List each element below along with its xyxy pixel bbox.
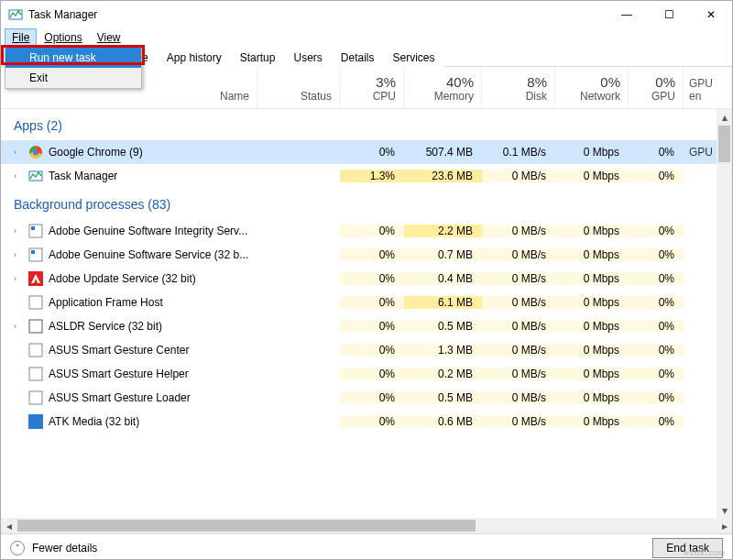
table-row[interactable]: ›ATK Media (32 bit) 0%0.6 MB0 MB/s0 Mbps… — [1, 410, 732, 434]
scroll-thumb[interactable] — [17, 520, 476, 532]
tab-details[interactable]: Details — [332, 48, 384, 67]
col-cpu[interactable]: 3%CPU — [340, 67, 404, 108]
group-apps: Apps (2) — [1, 109, 732, 140]
vertical-scrollbar[interactable]: ▴ ▾ — [717, 109, 732, 518]
footer: ˄ Fewer details End task — [1, 533, 732, 560]
process-name: ASUS Smart Gesture Helper — [49, 368, 189, 380]
menu-options[interactable]: Options — [37, 28, 89, 47]
table-row[interactable]: › Google Chrome (9) 0% 507.4 MB 0.1 MB/s… — [1, 140, 732, 164]
app-icon — [28, 295, 43, 310]
table-row[interactable]: ›ASLDR Service (32 bit) 0%0.5 MB0 MB/s0 … — [1, 314, 732, 338]
expander-icon[interactable]: › — [14, 148, 23, 157]
scroll-thumb[interactable] — [718, 126, 730, 162]
app-icon — [28, 343, 43, 357]
process-name: Adobe Genuine Software Integrity Serv... — [49, 225, 247, 237]
app-icon — [28, 367, 43, 381]
process-name: Task Manager — [49, 170, 117, 182]
tab-users[interactable]: Users — [284, 48, 331, 67]
svg-rect-11 — [29, 344, 42, 357]
table-row[interactable]: ›Adobe Genuine Software Integrity Serv..… — [1, 219, 732, 243]
table-row[interactable]: ›Application Frame Host 0%6.1 MB0 MB/s0 … — [1, 291, 732, 314]
menu-exit[interactable]: Exit — [5, 68, 141, 88]
group-background: Background processes (83) — [1, 188, 732, 219]
col-disk[interactable]: 8%Disk — [482, 67, 555, 108]
app-icon — [28, 319, 43, 334]
table-row[interactable]: ›ASUS Smart Gesture Loader 0%0.5 MB0 MB/… — [1, 386, 732, 410]
table-row[interactable]: ›ASUS Smart Gesture Helper 0%0.2 MB0 MB/… — [1, 362, 732, 386]
process-name: Adobe Genuine Software Service (32 b... — [49, 248, 248, 261]
adobe-icon — [28, 271, 43, 286]
col-network[interactable]: 0%Network — [555, 67, 629, 108]
tab-app-history[interactable]: App history — [158, 48, 231, 67]
process-name: Application Frame Host — [49, 296, 163, 309]
svg-rect-9 — [29, 296, 42, 309]
process-list: Apps (2) › Google Chrome (9) 0% 507.4 MB… — [1, 109, 732, 533]
svg-rect-14 — [28, 414, 43, 429]
tab-services[interactable]: Services — [384, 48, 444, 67]
window-title: Task Manager — [28, 8, 97, 21]
app-icon — [28, 224, 43, 238]
table-row[interactable]: › Task Manager 1.3% 23.6 MB 0 MB/s 0 Mbp… — [1, 164, 732, 188]
expander-icon[interactable]: › — [14, 171, 23, 181]
table-row[interactable]: ›ASUS Smart Gesture Center 0%1.3 MB0 MB/… — [1, 338, 732, 362]
process-name: ATK Media (32 bit) — [49, 415, 139, 428]
process-name: ASLDR Service (32 bit) — [49, 320, 162, 333]
process-name: Google Chrome (9) — [49, 146, 143, 159]
col-gpu[interactable]: 0%GPU — [629, 67, 684, 108]
svg-rect-5 — [31, 226, 35, 230]
process-name: ASUS Smart Gesture Loader — [49, 391, 191, 404]
expander-icon[interactable]: › — [14, 322, 23, 331]
titlebar: Task Manager — ☐ ✕ — [1, 1, 732, 28]
watermark: wsxdn.com — [684, 548, 725, 557]
app-icon — [28, 414, 43, 429]
expander-icon[interactable]: › — [14, 250, 23, 259]
menu-file[interactable]: File — [5, 28, 37, 47]
scroll-up-icon[interactable]: ▴ — [717, 109, 732, 125]
chevron-up-icon[interactable]: ˄ — [10, 541, 25, 555]
scroll-left-icon[interactable]: ◂ — [1, 518, 16, 533]
taskmgr-icon — [28, 169, 43, 183]
svg-rect-10 — [29, 320, 42, 333]
svg-rect-12 — [29, 368, 42, 380]
svg-rect-13 — [29, 391, 42, 404]
svg-rect-7 — [31, 250, 35, 254]
taskmgr-icon — [8, 7, 23, 22]
fewer-details-link[interactable]: Fewer details — [32, 542, 97, 555]
menu-run-new-task[interactable]: Run new task — [5, 48, 141, 68]
maximize-button[interactable]: ☐ — [648, 1, 690, 28]
col-gpu-engine[interactable]: GPU en — [684, 67, 732, 108]
window-controls: — ☐ ✕ — [606, 1, 732, 28]
menu-bar: File Options View — [1, 28, 732, 47]
expander-icon[interactable]: › — [14, 226, 23, 236]
process-name: ASUS Smart Gesture Center — [49, 344, 189, 357]
col-status[interactable]: Status — [257, 67, 340, 108]
file-menu-dropdown: Run new task Exit — [5, 47, 142, 89]
scroll-right-icon[interactable]: ▸ — [717, 518, 732, 533]
table-row[interactable]: ›Adobe Update Service (32 bit) 0%0.4 MB0… — [1, 267, 732, 291]
close-button[interactable]: ✕ — [690, 1, 732, 28]
chrome-icon — [28, 145, 43, 159]
menu-view[interactable]: View — [90, 28, 128, 47]
col-memory[interactable]: 40%Memory — [404, 67, 482, 108]
tab-startup[interactable]: Startup — [231, 48, 285, 67]
app-icon — [28, 390, 43, 405]
expander-icon[interactable]: › — [14, 274, 23, 283]
horizontal-scrollbar[interactable]: ◂ ▸ — [1, 518, 732, 533]
scroll-down-icon[interactable]: ▾ — [717, 502, 732, 518]
app-icon — [28, 247, 43, 262]
process-name: Adobe Update Service (32 bit) — [49, 272, 196, 285]
table-row[interactable]: ›Adobe Genuine Software Service (32 b...… — [1, 243, 732, 267]
minimize-button[interactable]: — — [606, 1, 648, 28]
